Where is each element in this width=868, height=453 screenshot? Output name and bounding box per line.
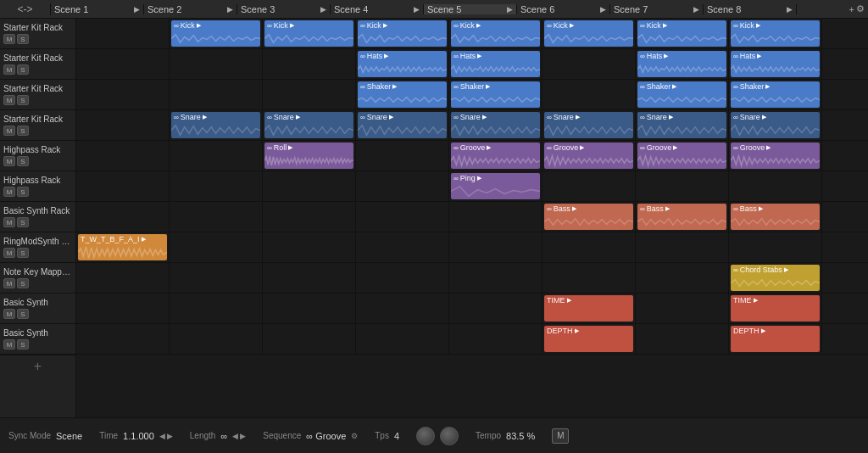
length-next-button[interactable]: ▶ [240, 432, 246, 440]
track-6-solo[interactable]: S [17, 187, 29, 197]
scene-header-6[interactable]: Scene 6 ▶ [517, 4, 610, 14]
track-1-solo[interactable]: S [17, 34, 29, 44]
cell-1-8[interactable]: ∞Kick▶ [729, 19, 822, 48]
cell-5-4[interactable] [356, 141, 449, 171]
cell-3-2[interactable] [170, 80, 263, 109]
length-prev-button[interactable]: ◀ [232, 432, 238, 440]
cell-10-5[interactable] [449, 294, 542, 323]
scene-header-4[interactable]: Scene 4 ▶ [331, 4, 424, 14]
cell-1-7[interactable]: ∞Kick▶ [636, 19, 729, 48]
cell-7-5[interactable] [449, 202, 542, 232]
clip-snare-6[interactable]: ∞Snare▶ [544, 112, 633, 138]
clip-snare-4[interactable]: ∞Snare▶ [358, 112, 447, 138]
cell-10-6[interactable]: TIME▶ [542, 294, 636, 323]
clip-groove-8[interactable]: ∞Groove▶ [731, 143, 820, 169]
cell-9-7[interactable] [636, 263, 729, 293]
cell-5-6[interactable]: ∞Groove▶ [542, 141, 636, 171]
cell-1-1[interactable] [76, 19, 170, 48]
cell-6-4[interactable] [356, 171, 449, 201]
track-2-solo[interactable]: S [17, 64, 29, 75]
clip-time-6[interactable]: TIME▶ [544, 295, 633, 322]
cell-11-5[interactable] [449, 324, 542, 354]
clip-groove-5[interactable]: ∞Groove▶ [451, 143, 540, 169]
cell-4-7[interactable]: ∞Snare▶ [636, 110, 729, 140]
clip-depth-8[interactable]: DEPTH▶ [731, 326, 820, 352]
cell-3-1[interactable] [76, 80, 170, 109]
cell-3-3[interactable] [263, 80, 356, 109]
cell-9-2[interactable] [170, 263, 263, 293]
track-4-solo[interactable]: S [17, 126, 29, 136]
cell-5-8[interactable]: ∞Groove▶ [729, 141, 822, 171]
clip-ping-5[interactable]: ∞Ping▶ [451, 173, 540, 199]
scene-header-1[interactable]: Scene 1 ▶ [51, 4, 144, 14]
cell-1-3[interactable]: ∞Kick▶ [263, 19, 356, 48]
scene-4-play[interactable]: ▶ [414, 5, 420, 14]
cell-8-7[interactable] [636, 232, 729, 262]
cell-10-1[interactable] [76, 294, 170, 323]
track-9-solo[interactable]: S [17, 278, 29, 288]
cell-9-1[interactable] [76, 263, 170, 293]
cell-3-5[interactable]: ∞Shaker▶ [449, 80, 542, 109]
cell-7-1[interactable] [76, 202, 170, 232]
cell-2-6[interactable] [542, 49, 636, 79]
clip-bass-8[interactable]: ∞Bass▶ [731, 204, 820, 230]
cell-6-7[interactable] [636, 171, 729, 201]
cell-4-1[interactable] [76, 110, 170, 140]
cell-11-4[interactable] [356, 324, 449, 354]
cell-7-2[interactable] [170, 202, 263, 232]
cell-3-8[interactable]: ∞Shaker▶ [729, 80, 822, 109]
cell-10-2[interactable] [170, 294, 263, 323]
cell-9-4[interactable] [356, 263, 449, 293]
cell-8-6[interactable] [542, 232, 636, 262]
cell-6-5[interactable]: ∞Ping▶ [449, 171, 542, 201]
clip-shaker-5[interactable]: ∞Shaker▶ [451, 81, 540, 108]
scene-3-play[interactable]: ▶ [320, 5, 326, 14]
cell-2-5[interactable]: ∞Hats▶ [449, 49, 542, 79]
cell-11-6[interactable]: DEPTH▶ [542, 324, 636, 354]
clip-kick-7[interactable]: ∞Kick▶ [637, 20, 726, 47]
cell-5-7[interactable]: ∞Groove▶ [636, 141, 729, 171]
scene-1-play[interactable]: ▶ [134, 5, 140, 14]
clip-groove-6[interactable]: ∞Groove▶ [544, 143, 633, 169]
scene-6-play[interactable]: ▶ [600, 5, 606, 14]
track-10-solo[interactable]: S [17, 309, 29, 319]
track-11-mute[interactable]: M [3, 339, 15, 350]
scene-header-5[interactable]: Scene 5 ▶ [424, 4, 517, 14]
cell-5-2[interactable] [170, 141, 263, 171]
clip-hats-8[interactable]: ∞Hats▶ [731, 51, 820, 77]
header-arrow[interactable]: <-> [0, 3, 51, 15]
cell-11-8[interactable]: DEPTH▶ [729, 324, 822, 354]
cell-9-6[interactable] [542, 263, 636, 293]
cell-8-8[interactable] [729, 232, 822, 262]
m-button[interactable]: M [552, 428, 569, 444]
cell-4-6[interactable]: ∞Snare▶ [542, 110, 636, 140]
cell-5-5[interactable]: ∞Groove▶ [449, 141, 542, 171]
cell-5-3[interactable]: ∞Roll▶ [263, 141, 356, 171]
clip-snare-7[interactable]: ∞Snare▶ [637, 112, 726, 138]
cell-1-6[interactable]: ∞Kick▶ [542, 19, 636, 48]
clip-bass-7[interactable]: ∞Bass▶ [637, 204, 726, 230]
cell-2-3[interactable] [263, 49, 356, 79]
clip-roll-3[interactable]: ∞Roll▶ [264, 143, 353, 169]
cell-11-2[interactable] [170, 324, 263, 354]
track-5-solo[interactable]: S [17, 156, 29, 166]
scene-5-play[interactable]: ▶ [507, 5, 513, 14]
sequence-settings[interactable]: ⚙ [351, 432, 358, 440]
cell-4-2[interactable]: ∞Snare▶ [170, 110, 263, 140]
cell-8-3[interactable] [263, 232, 356, 262]
clip-kick-5[interactable]: ∞Kick▶ [451, 20, 540, 47]
cell-1-2[interactable]: ∞Kick▶ [170, 19, 263, 48]
cell-7-8[interactable]: ∞Bass▶ [729, 202, 822, 232]
track-9-mute[interactable]: M [3, 278, 15, 288]
cell-3-4[interactable]: ∞Shaker▶ [356, 80, 449, 109]
track-11-solo[interactable]: S [17, 339, 29, 350]
cell-2-1[interactable] [76, 49, 170, 79]
cell-9-8[interactable]: ∞Chord Stabs▶ [729, 263, 822, 293]
cell-6-2[interactable] [170, 171, 263, 201]
clip-time-8[interactable]: TIME▶ [731, 295, 820, 322]
cell-6-3[interactable] [263, 171, 356, 201]
time-prev-button[interactable]: ◀ [159, 432, 165, 440]
track-4-mute[interactable]: M [3, 126, 15, 136]
clip-kick-4[interactable]: ∞Kick▶ [358, 20, 447, 47]
cell-11-3[interactable] [263, 324, 356, 354]
